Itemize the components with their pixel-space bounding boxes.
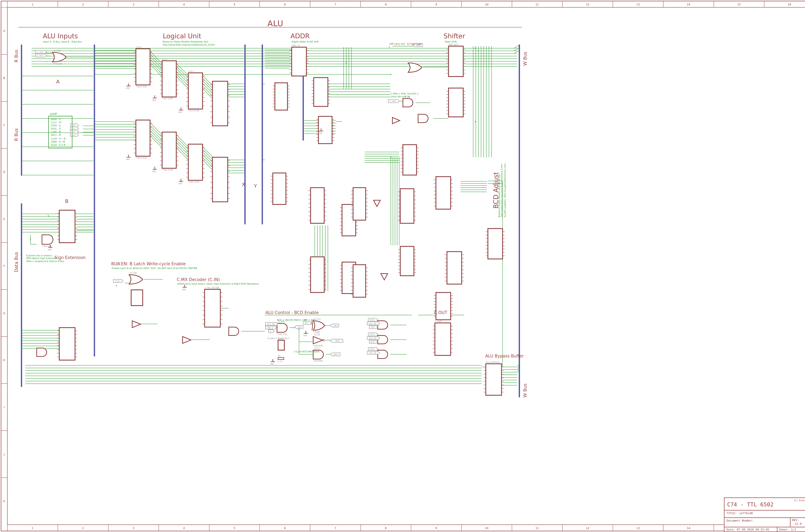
net-flag-label: SBC [334, 324, 337, 327]
sheet-value: 1/1 [791, 528, 796, 531]
frame-col-label-top: 10 [485, 3, 489, 6]
junction-dot [390, 74, 391, 75]
component-box [278, 340, 284, 350]
date-value: 07.09.2016 09:52:05 [737, 528, 769, 531]
tb-divider-rev [790, 517, 790, 527]
component-part: 74AC153D [162, 169, 173, 171]
junction-dot [478, 50, 479, 52]
or-gate [408, 63, 422, 72]
frame-row-label-left: C [3, 124, 5, 127]
net-flag [269, 330, 274, 333]
frame-col-label-top: 15 [737, 3, 741, 6]
tb-divider3 [725, 527, 805, 527]
r-bus-label-top: R Bus [14, 50, 19, 62]
title-block-copyright: (C) Drass, 2015 [794, 499, 805, 501]
component-box [318, 116, 332, 144]
junction-dot [475, 121, 476, 122]
gnd-label: GND [318, 132, 322, 134]
frame-col-label-top: 9 [435, 3, 437, 6]
net-flag-label: BCD [371, 341, 374, 343]
frame-col-label-top: 13 [637, 3, 640, 6]
component-box [311, 188, 324, 224]
frame-col-label-top: 7 [334, 3, 336, 6]
section-alu-bypass-title: ALU Bypass Buffer [485, 354, 524, 358]
r-bus-label-mid: R Bus [14, 128, 19, 141]
section-shifter-title: Shifter [443, 32, 465, 40]
gate-part: 7486D [313, 331, 320, 333]
gnd-label: GND [152, 99, 156, 101]
xor-input-arc [312, 321, 312, 330]
component-box [136, 49, 150, 85]
tb-divider2 [725, 517, 805, 518]
y-bus-label: Y [254, 183, 257, 189]
gnd-label: GND [152, 170, 156, 173]
frame-col-label-bottom: 2 [82, 527, 84, 530]
frame-col-label-top: 2 [82, 3, 84, 6]
luop-entry: 0000 - 0 [51, 118, 71, 121]
and-gate [229, 327, 239, 336]
component-part: 74AC153D [188, 109, 199, 112]
note-lsr-carry: LSR Carry Out - to Flags Logic [389, 42, 422, 45]
component-box [449, 88, 463, 117]
wire-bundle-diag [203, 149, 213, 159]
frame-col-label-top: 4 [183, 3, 185, 6]
frame-col-label-bottom: 7 [334, 527, 336, 530]
frame-row-label-left: E [3, 217, 5, 221]
component-part: 74AC153D [188, 180, 199, 183]
tri-gate [381, 274, 388, 280]
section-alu-control-title: ALU Control - BCD Enable [266, 310, 319, 315]
component-name: C.MX.DECODE [205, 286, 220, 289]
net-flag-label: PHI2 [370, 333, 375, 336]
sign-ext-note1: B drives only in phase 1 [26, 254, 64, 257]
gnd-symbol [126, 155, 131, 157]
inverter-bubble [323, 339, 324, 341]
frame-col-label-bottom: 10 [485, 527, 489, 530]
component-box [488, 229, 502, 259]
frame-col-label-bottom: 12 [586, 527, 589, 530]
b-bus-label: B [65, 198, 69, 204]
gate-part: 74AC32D [53, 62, 62, 65]
luop-entry: 1000 - A * B [51, 140, 71, 144]
component-box [292, 47, 306, 76]
frame-col-label-bottom: 8 [385, 527, 387, 530]
note-cmx0-line2: (from SPI on P. 2) [391, 95, 410, 98]
net-flag-label: A.MX0 [37, 51, 43, 53]
component-name: LUL2 [188, 70, 194, 73]
wire-bundle-diag [203, 160, 213, 170]
section-logical-unit-sub2: http://www.6502.org/users/dieter/a1/a1_6… [163, 43, 215, 46]
component-part: 74AC153D [136, 156, 147, 159]
buf-gate [183, 337, 191, 343]
title-block-title-label: TITLE: [727, 512, 737, 515]
component-name: LUL1 [162, 58, 168, 60]
component-name: ADR.OUT [449, 43, 458, 46]
frame-col-label-bottom: 9 [435, 527, 437, 530]
net-flag-label: BCD [371, 326, 374, 328]
component-box [273, 173, 286, 205]
and-gate [42, 235, 53, 244]
net-flag-label: PHI1 [370, 348, 375, 350]
net-flag-label: PHI2 [370, 319, 375, 321]
component-box [403, 145, 417, 175]
bcd-adjust-note2: http://www.6502.org/users/dieter/bcd/bcd… [500, 164, 504, 217]
section-cmx-decoder-title: C.MX Decoder (C.IN) [177, 277, 220, 282]
component-name: ADR.LO [292, 44, 300, 47]
gnd-symbol [179, 179, 183, 181]
section-alu-inputs-title: ALU Inputs [43, 32, 78, 40]
and-gate [378, 321, 388, 329]
gnd-label: GND [126, 87, 130, 89]
luop-entry: 0110 - A X B [51, 144, 71, 147]
net-flag-label: END.D [267, 327, 273, 329]
component-name: LUL0 [136, 46, 141, 49]
junction-dot [346, 62, 347, 63]
net-flag-label: ALU.EN [369, 352, 377, 354]
wire-bundle-diag [203, 81, 213, 91]
frame-row-label-left: D [3, 170, 5, 174]
section-alu-inputs-subtitle: Input A - R Bus, Input B - Data Bus [43, 40, 82, 43]
bcd-adjust-note1: Based on Dieter Mueller BCD correction [498, 164, 501, 217]
junction-dot [48, 215, 49, 216]
wire-bundle-diag [203, 78, 213, 88]
frame-col-label-top: 3 [133, 3, 134, 6]
luop-title: LUOP [50, 112, 57, 115]
net-flag-label: R/W̅ [115, 280, 119, 282]
junction-dot [390, 157, 391, 158]
